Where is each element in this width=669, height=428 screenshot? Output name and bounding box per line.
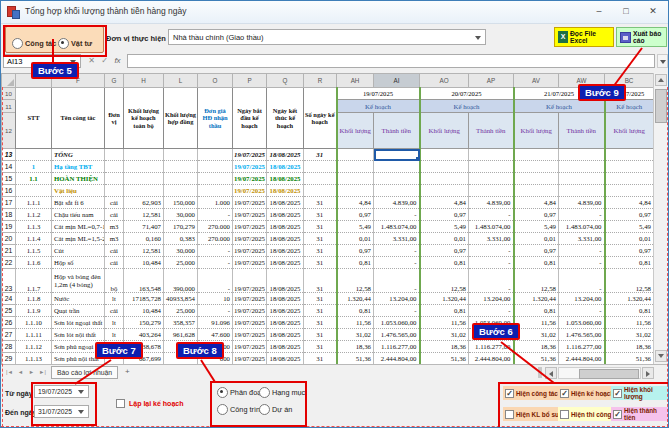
cell-khoi-luong[interactable]: 11,56 (514, 317, 559, 329)
cell-khoi-luong[interactable]: 12,58 (605, 269, 654, 293)
cell-ngay-ket-thuc[interactable]: 18/08/2025 (267, 221, 304, 233)
row-header[interactable]: 15 (2, 173, 16, 185)
column-header[interactable]: AO (420, 74, 469, 88)
cell-don-gia[interactable]: 91.096 (198, 317, 233, 329)
cell-thanh-tien[interactable]: 2.444.804,00 (374, 353, 420, 365)
executor-select[interactable]: Nhà thầu chính (Giao thầu) (168, 29, 486, 45)
cell-khoi-luong[interactable] (605, 149, 654, 161)
cell-khoi-luong[interactable]: 12,58 (420, 269, 469, 293)
cell-don-gia[interactable]: - (198, 245, 233, 257)
plan-header[interactable]: Kế hoạch (420, 100, 514, 113)
formula-fx-button[interactable]: fx (111, 54, 124, 68)
cell-ngay-ket-thuc[interactable]: 18/08/2025 (267, 173, 304, 185)
cell-khoi-luong[interactable]: 4,84 (605, 197, 654, 209)
cell-khoi-luong[interactable]: 5,49 (420, 221, 469, 233)
cell-thanh-tien[interactable]: 3.331,00 (374, 233, 420, 245)
cell-thanh-tien[interactable]: - (559, 269, 605, 293)
row-header[interactable]: 14 (2, 161, 16, 173)
cell-khoi-luong[interactable]: 0,81 (337, 305, 374, 317)
cell-ngay-ket-thuc[interactable]: 18/08/2025 (267, 293, 304, 305)
minimize-button[interactable]: – (586, 1, 612, 21)
spreadsheet-grid[interactable]: FGHLOPQRAHAIAOAPAVAWBC10STTTên công tácĐ… (1, 73, 653, 364)
cell-don-gia[interactable] (198, 173, 233, 185)
cell-ten-cong-tac[interactable]: Hộp số (52, 257, 105, 269)
cell-khoi-luong[interactable] (605, 185, 654, 197)
cell-thanh-tien[interactable]: 1.053.060,00 (374, 317, 420, 329)
cell-khoi-luong[interactable] (514, 173, 559, 185)
cell-don-vi[interactable]: lt (105, 293, 124, 305)
cell-so-ngay[interactable]: 31 (304, 269, 337, 293)
cell-thanh-tien[interactable]: - (374, 269, 420, 293)
cell-khoi-luong[interactable]: 18,36 (337, 341, 374, 353)
cell-don-gia[interactable] (198, 185, 233, 197)
cell-ten-cong-tac[interactable]: HOÀN THIỆN (52, 173, 105, 185)
cell-khoi-luong[interactable]: 5,49 (337, 221, 374, 233)
cell-don-gia[interactable] (198, 161, 233, 173)
cell-thanh-tien[interactable]: - (374, 245, 420, 257)
close-button[interactable]: ✕ (640, 1, 666, 21)
formula-input[interactable] (127, 54, 655, 68)
row-header[interactable]: 18 (2, 209, 16, 221)
cell-khoi-luong[interactable]: 31,02 (514, 329, 559, 341)
column-header[interactable]: O (198, 74, 233, 88)
cell-thanh-tien[interactable] (559, 161, 605, 173)
cell-khoi-luong[interactable]: 0,97 (337, 245, 374, 257)
cell-khoi-luong[interactable] (337, 161, 374, 173)
cell-ngay-bat-dau[interactable]: 19/07/2025 (233, 293, 267, 305)
cell-so-ngay[interactable]: 31 (304, 317, 337, 329)
export-report-button[interactable]: Xuất báo cáo (616, 27, 667, 47)
cell-khoi-luong-hop-dong[interactable]: 30,000 (164, 209, 198, 221)
row-header[interactable]: 11 (2, 100, 16, 113)
fixed-column-header[interactable]: Tên công tác (52, 88, 105, 149)
radio-vat-tu[interactable]: Vật tư (58, 34, 92, 52)
maximize-button[interactable]: □ (613, 1, 639, 21)
cell-ten-cong-tac[interactable]: Hạ tầng TBT (52, 161, 105, 173)
cell-khoi-luong[interactable]: 0,97 (420, 245, 469, 257)
column-header[interactable]: Q (267, 74, 304, 88)
cell-ngay-bat-dau[interactable]: 19/07/2025 (233, 329, 267, 341)
cell-don-vi[interactable]: cái (105, 245, 124, 257)
row-header[interactable]: 25 (2, 305, 16, 317)
cell-don-gia[interactable]: - (198, 269, 233, 293)
cell-khoi-luong[interactable]: 51,36 (514, 353, 559, 365)
cell-khoi-luong-ke-hoach[interactable]: 10,484 (124, 305, 164, 317)
from-date-picker[interactable]: 19/07/2025 (34, 385, 89, 398)
cell-stt[interactable]: 1.1.12 (16, 341, 52, 353)
scrollbar-thumb[interactable] (579, 369, 639, 379)
cell-stt[interactable]: 1.1.1 (16, 197, 52, 209)
cell-don-gia[interactable]: - (198, 257, 233, 269)
row-header[interactable]: 13 (2, 149, 16, 161)
cell-ngay-ket-thuc[interactable]: 18/08/2025 (267, 329, 304, 341)
cell-khoi-luong[interactable]: 0,01 (605, 233, 654, 245)
cell-stt[interactable]: 1.1.8 (16, 293, 52, 305)
cell-khoi-luong-hop-dong[interactable] (164, 149, 198, 161)
cell-ngay-ket-thuc[interactable]: 18/08/2025 (267, 209, 304, 221)
cell-ngay-bat-dau[interactable]: 19/07/2025 (233, 269, 267, 293)
sub-column-header[interactable]: Khối lượng (337, 113, 374, 149)
column-header[interactable]: P (233, 74, 267, 88)
cell-thanh-tien[interactable]: 1.116.277,00 (559, 341, 605, 353)
cell-khoi-luong-hop-dong[interactable] (164, 173, 198, 185)
cell-khoi-luong[interactable] (337, 173, 374, 185)
cell-ngay-bat-dau[interactable]: 19/07/2025 (233, 353, 267, 365)
fixed-column-header[interactable]: Đơn vị (105, 88, 124, 149)
cell-khoi-luong-ke-hoach[interactable] (124, 185, 164, 197)
cell-so-ngay[interactable] (304, 161, 337, 173)
cell-khoi-luong[interactable] (605, 173, 654, 185)
scroll-up-button[interactable] (655, 74, 667, 86)
cell-ngay-bat-dau[interactable]: 19/07/2025 (233, 317, 267, 329)
row-header[interactable]: 10 (2, 88, 16, 100)
sub-column-header[interactable]: Khối lượng (420, 113, 469, 149)
cell-khoi-luong-ke-hoach[interactable]: 12,581 (124, 209, 164, 221)
sheet-tab[interactable]: Báo cáo lợi nhuận (51, 366, 118, 379)
row-header[interactable]: 19 (2, 221, 16, 233)
toggle-hien-thi-cong[interactable]: Hiện thi công (558, 407, 613, 421)
cell-khoi-luong-ke-hoach[interactable]: 10,484 (124, 257, 164, 269)
cell-khoi-luong-hop-dong[interactable]: 170,279 (164, 221, 198, 233)
plan-header[interactable]: Kế hoạch (514, 100, 605, 113)
cell-stt[interactable]: 1.1.3 (16, 221, 52, 233)
row-header[interactable]: 22 (2, 257, 16, 269)
sub-column-header[interactable]: Thành tiền (374, 113, 420, 149)
cell-khoi-luong[interactable]: 11,56 (420, 317, 469, 329)
cell-thanh-tien[interactable] (374, 149, 420, 161)
